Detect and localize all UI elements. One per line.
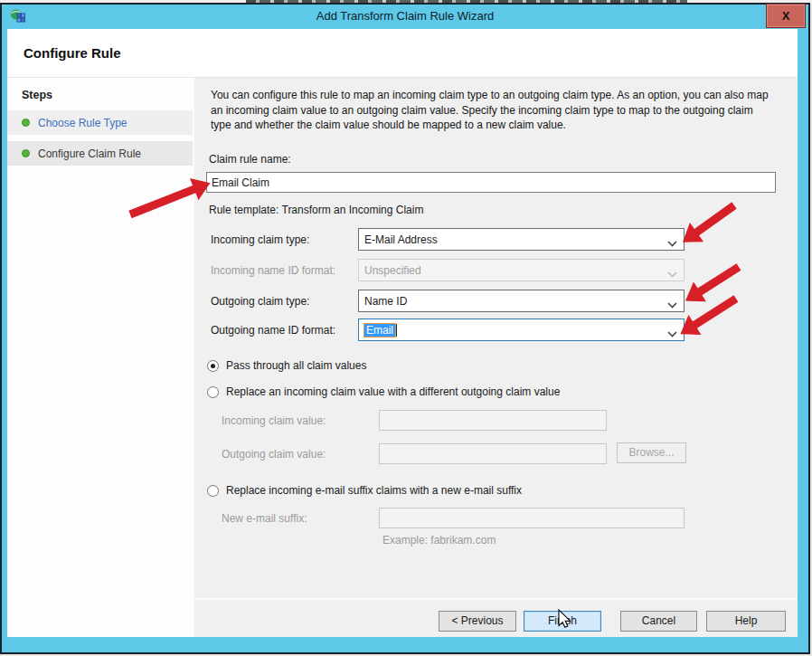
chevron-down-icon (667, 268, 677, 280)
dialog-client-area: Configure Rule Steps Choose Rule Type Co… (7, 29, 798, 637)
radio-button-icon[interactable] (207, 386, 219, 398)
incoming-name-id-format-row: Incoming name ID format: Unspecified (194, 259, 798, 282)
incoming-claim-type-row: Incoming claim type: E-Mail Address (194, 228, 798, 252)
outgoing-name-id-format-combobox[interactable]: Email (358, 318, 685, 341)
sidebar-item-choose-rule-type[interactable]: Choose Rule Type (7, 110, 193, 135)
combobox-selected-value: Email (364, 324, 395, 337)
radio-button-icon[interactable] (207, 485, 219, 497)
radio-replace-value[interactable]: Replace an incoming claim value with a d… (207, 385, 560, 398)
combobox-value: E-Mail Address (364, 233, 438, 246)
chevron-down-icon (667, 237, 677, 250)
close-button[interactable]: X (766, 4, 806, 28)
button-bar-separator (194, 598, 798, 600)
outgoing-claim-value-input (379, 443, 607, 464)
incoming-claim-type-combobox[interactable]: E-Mail Address (358, 228, 685, 251)
radio-pass-through[interactable]: Pass through all claim values (207, 359, 366, 372)
titlebar: Add Transform Claim Rule Wizard X (2, 5, 808, 29)
step-label: Configure Claim Rule (38, 147, 141, 160)
incoming-claim-value-label: Incoming claim value: (222, 414, 326, 427)
outgoing-claim-type-label: Outgoing claim type: (211, 295, 309, 308)
rule-template-text: Rule template: Transform an Incoming Cla… (209, 204, 423, 216)
outgoing-name-id-format-row: Outgoing name ID format: Email (194, 318, 798, 342)
configure-rule-panel: You can configure this rule to map an in… (194, 78, 798, 637)
outgoing-claim-type-combobox[interactable]: Name ID (358, 290, 685, 312)
wizard-window: Add Transform Claim Rule Wizard X Config… (0, 3, 810, 654)
chevron-down-icon (667, 328, 677, 340)
radio-replace-suffix[interactable]: Replace incoming e-mail suffix claims wi… (207, 484, 522, 497)
new-email-suffix-input (379, 508, 685, 528)
radio-label: Replace an incoming claim value with a d… (226, 385, 560, 398)
claim-rule-name-input[interactable] (206, 172, 776, 193)
outgoing-claim-value-label: Outgoing claim value: (222, 448, 326, 461)
finish-button[interactable]: Finish (524, 611, 601, 632)
rule-description: You can configure this rule to map an in… (211, 88, 775, 133)
step-label: Choose Rule Type (38, 117, 127, 129)
radio-label: Replace incoming e-mail suffix claims wi… (226, 484, 522, 497)
claim-rule-name-label: Claim rule name: (209, 153, 291, 166)
example-hint: Example: fabrikam.com (382, 534, 496, 547)
incoming-name-id-format-combobox: Unspecified (358, 259, 685, 281)
previous-button[interactable]: < Previous (439, 611, 516, 632)
steps-header: Steps (22, 89, 193, 101)
combobox-value: Unspecified (364, 264, 421, 277)
help-button[interactable]: Help (706, 611, 786, 632)
incoming-claim-type-label: Incoming claim type: (211, 233, 309, 246)
chevron-down-icon (667, 299, 677, 311)
sidebar-item-configure-claim-rule[interactable]: Configure Claim Rule (7, 141, 193, 166)
text-caret (396, 324, 397, 337)
step-done-icon (22, 119, 30, 127)
cancel-button[interactable]: Cancel (620, 611, 697, 632)
radio-button-icon[interactable] (207, 360, 219, 372)
new-email-suffix-label: New e-mail suffix: (222, 512, 307, 525)
radio-label: Pass through all claim values (226, 359, 366, 372)
steps-sidebar: Steps Choose Rule Type Configure Claim R… (7, 78, 194, 637)
browse-button: Browse... (617, 442, 686, 463)
incoming-name-id-format-label: Incoming name ID format: (211, 264, 335, 277)
incoming-claim-value-input (379, 410, 607, 431)
wizard-header: Configure Rule (7, 29, 798, 78)
step-done-icon (22, 149, 30, 157)
combobox-value: Name ID (364, 295, 407, 308)
window-title: Add Transform Claim Rule Wizard (2, 9, 808, 23)
page-title: Configure Rule (24, 45, 121, 61)
outgoing-claim-type-row: Outgoing claim type: Name ID (194, 290, 798, 313)
outgoing-name-id-format-label: Outgoing name ID format: (211, 324, 335, 337)
